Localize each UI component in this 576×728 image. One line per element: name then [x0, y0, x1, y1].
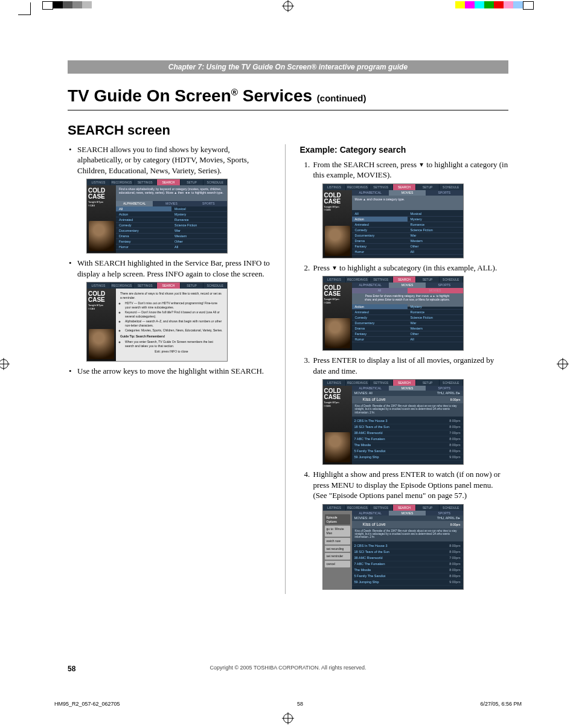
registration-marks-top	[0, 0, 576, 12]
registration-target-left-icon	[4, 359, 13, 369]
cat-item: Drama	[116, 234, 171, 239]
results-header-left: MOVIES: All	[354, 391, 373, 396]
tab-setup: SETUP	[416, 184, 440, 190]
cat-item: Horror	[352, 249, 408, 255]
show-preview-panel: COLDCASE Tonight 8/7pm©CBS	[323, 386, 352, 464]
subtab-sports: SPORTS	[426, 190, 462, 196]
color-swatches-left	[42, 1, 92, 8]
right-column: Example: Category search From the SEARCH…	[285, 144, 509, 594]
cat-item: All	[116, 206, 171, 212]
cat-item: Musical	[171, 206, 227, 212]
tab-settings: SETTINGS	[370, 276, 393, 283]
cat-item: All	[171, 244, 227, 250]
option-set-recording: set recording	[325, 546, 350, 552]
show-thumbnail-icon	[325, 226, 350, 256]
cat-item: Drama	[352, 238, 408, 244]
page-footer: 58 Copyright © 2005 TOSHIBA CORPORATION.…	[68, 664, 508, 674]
cat-item: Mystery	[408, 217, 463, 222]
help-bullet: Alphabetical — search A–Z, and shows tha…	[125, 319, 223, 327]
cat-item: Comedy	[352, 228, 408, 233]
tab-setup: SETUP	[416, 380, 440, 386]
cat-item: Horror	[352, 337, 408, 342]
show-title-2: CASE	[88, 296, 105, 303]
cat-item: Fantasy	[352, 331, 408, 337]
slug-filename: HM95_R2_057-62_062705	[54, 700, 120, 707]
screenshot-search-categories: LISTINGS RECORDINGS SETTINGS SEARCH SETU…	[87, 179, 227, 253]
help-panel: There are dozens of ways to find shows y…	[116, 289, 227, 361]
cat-item: Comedy	[352, 315, 408, 321]
row-time: 7:00pm	[449, 555, 460, 561]
result-row: 2 CBS In The House 38:00pm	[352, 418, 463, 424]
subtab-alphabetical: ALPHABETICAL	[116, 201, 153, 206]
tab-listings: LISTINGS	[323, 184, 347, 190]
row-title: The Sandlot	[368, 449, 386, 453]
result-row: 2 CBS In The House 38:00pm	[352, 543, 463, 549]
tab-schedule: SCHEDULE	[203, 283, 227, 289]
option-cancel: cancel	[325, 561, 350, 567]
tab-recordings: RECORDINGS	[346, 380, 370, 386]
step-item: Press ▼ to highlight a subcategory (in t…	[312, 263, 509, 351]
cat-item: War	[408, 321, 463, 326]
result-row: 59 Jumping Ship9:00pm	[352, 455, 463, 461]
result-row: 5 Family The Sandlot8:00pm	[352, 449, 463, 455]
show-network: ©CBS	[324, 208, 331, 211]
row-title: The Forsaken	[365, 437, 385, 441]
tab-settings: SETTINGS	[370, 380, 393, 386]
row-title: The Forsaken	[365, 562, 385, 566]
row-channel: 2 CBS	[354, 419, 364, 423]
page-title-main: TV Guide On Screen	[68, 86, 231, 105]
result-row: 18 SCI Tears of the Sun8:00pm	[352, 549, 463, 555]
registration-target-icon	[283, 714, 293, 723]
show-preview-panel: COLDCASE Tonight 8/7pm©CBS	[87, 185, 116, 253]
row-time: 8:00pm	[449, 543, 460, 549]
row-title: The Sandlot	[368, 574, 386, 578]
tab-recordings: RECORDINGS	[110, 283, 134, 289]
slug-page: 58	[297, 700, 303, 707]
help-bullet: HDTV — Don't miss out on HDTV enhanced p…	[125, 301, 223, 309]
show-network: ©CBS	[88, 204, 95, 207]
help-bullet: Keyword — Don't know the full title? Fin…	[125, 310, 223, 318]
tab-recordings: RECORDINGS	[110, 179, 134, 185]
results-header-left: MOVIES: All	[354, 516, 373, 521]
cat-item: Documentary	[116, 228, 171, 234]
step-item: From the SEARCH screen, press ▼ to highl…	[312, 159, 509, 258]
show-time: Tonight 8/7pm	[324, 401, 339, 404]
row-time: 7:00pm	[449, 430, 460, 436]
tab-recordings: RECORDINGS	[346, 184, 370, 190]
row-title: Riverworld	[367, 431, 383, 435]
tab-listings: LISTINGS	[87, 283, 110, 289]
tab-search: SEARCH	[393, 184, 417, 190]
show-preview-panel: COLDCASE Tonight 8/7pm©CBS	[87, 289, 116, 361]
cat-item: All	[408, 249, 463, 255]
option-goto: go to: Minute Man	[325, 526, 350, 537]
row-title: In The House 3	[365, 419, 388, 423]
row-title: In The House 3	[365, 544, 388, 548]
show-preview-panel: COLDCASE Tonight 8/7pm©CBS	[323, 283, 352, 350]
cat-item: Documentary	[352, 233, 408, 238]
section-heading: SEARCH screen	[68, 121, 508, 139]
show-time: Tonight 8/7pm	[324, 205, 339, 208]
bullet-text: Use the arrow keys to move the highlight…	[77, 366, 264, 375]
show-time: Tonight 8/7pm	[88, 200, 103, 203]
cat-item: Western	[171, 234, 227, 239]
cat-item: War	[408, 233, 463, 238]
row-time: 8:00pm	[449, 442, 460, 448]
cat-movies-button: MOVIES	[408, 288, 463, 293]
row-channel: 18 SCI	[354, 425, 365, 429]
help-footer: Exit: press INFO to close	[120, 350, 223, 354]
tab-search: SEARCH	[393, 380, 417, 386]
help-tip-title: Guide Tip: Search Remembers!	[120, 334, 223, 339]
subtab-alphabetical: ALPHABETICAL	[352, 283, 389, 288]
help-intro: There are dozens of ways to find shows y…	[120, 292, 223, 299]
show-title-2: CASE	[324, 394, 341, 400]
cat-item: Western	[408, 326, 463, 331]
step-item: Highlight a show and press ENTER to watc…	[312, 469, 509, 589]
show-network: ©CBS	[324, 404, 331, 407]
result-description: Kiss of Death: Remake of the 1947 film-n…	[352, 528, 463, 541]
row-channel: 59	[354, 455, 358, 459]
cat-item: Animated	[352, 222, 408, 228]
show-title-2: CASE	[324, 290, 341, 297]
result-row: 59 Jumping Ship9:00pm	[352, 580, 463, 586]
cat-item: Horror	[116, 244, 171, 250]
tab-setup: SETUP	[181, 179, 204, 185]
